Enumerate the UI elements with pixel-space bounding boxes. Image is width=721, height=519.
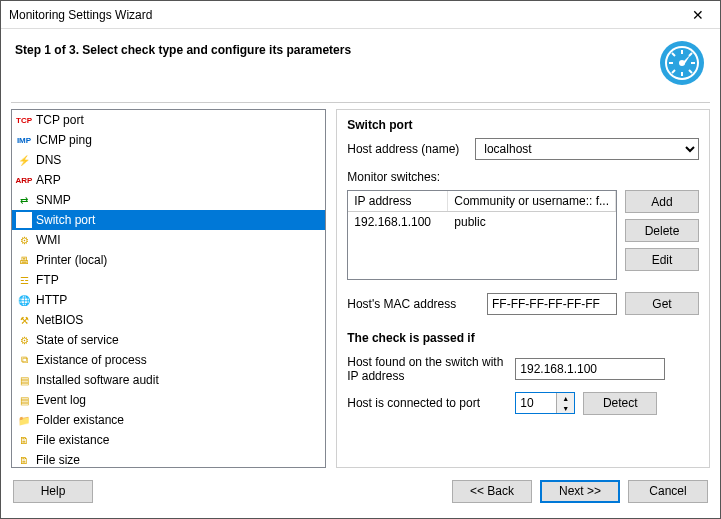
check-type-folder-existance[interactable]: 📁Folder existance <box>12 410 325 430</box>
gauge-icon <box>658 39 706 90</box>
found-on-switch-label: Host found on the switch with IP address <box>347 355 507 384</box>
cell-ip: 192.168.1.100 <box>348 212 448 232</box>
check-type-label: File size <box>36 453 80 467</box>
spin-down-icon[interactable]: ▼ <box>557 403 574 413</box>
check-type-event-log[interactable]: ▤Event log <box>12 390 325 410</box>
check-type-label: Switch port <box>36 213 95 227</box>
check-type-label: ARP <box>36 173 61 187</box>
table-row[interactable]: 192.168.1.100 public <box>348 212 616 232</box>
check-type-label: SNMP <box>36 193 71 207</box>
netbios-icon: ⚒ <box>16 312 32 328</box>
check-type-tcp-port[interactable]: TCPTCP port <box>12 110 325 130</box>
switches-table[interactable]: IP address Community or username:: f... … <box>347 190 617 280</box>
panel-title: Switch port <box>347 118 699 132</box>
check-type-installed-software-audit[interactable]: ▤Installed software audit <box>12 370 325 390</box>
check-type-snmp[interactable]: ⇄SNMP <box>12 190 325 210</box>
check-type-ftp[interactable]: ☲FTP <box>12 270 325 290</box>
check-type-label: ICMP ping <box>36 133 92 147</box>
check-type-file-size[interactable]: 🗎File size <box>12 450 325 468</box>
check-type-existance-of-process[interactable]: ⧉Existance of process <box>12 350 325 370</box>
port-spinner[interactable]: ▲ ▼ <box>515 392 575 414</box>
check-type-label: File existance <box>36 433 109 447</box>
check-type-label: HTTP <box>36 293 67 307</box>
check-type-label: NetBIOS <box>36 313 83 327</box>
cancel-button[interactable]: Cancel <box>628 480 708 503</box>
file-size-icon: 🗎 <box>16 452 32 468</box>
host-address-select[interactable]: localhost <box>475 138 699 160</box>
detect-button[interactable]: Detect <box>583 392 657 415</box>
folder-exist-icon: 📁 <box>16 412 32 428</box>
host-address-label: Host address (name) <box>347 142 467 156</box>
get-button[interactable]: Get <box>625 292 699 315</box>
icmp-icon: IMP <box>16 132 32 148</box>
delete-button[interactable]: Delete <box>625 219 699 242</box>
check-type-label: Printer (local) <box>36 253 107 267</box>
arp-icon: ARP <box>16 172 32 188</box>
software-audit-icon: ▤ <box>16 372 32 388</box>
check-type-list[interactable]: TCPTCP portIMPICMP ping⚡DNSARPARP⇄SNMP▭S… <box>11 109 326 468</box>
cell-community: public <box>448 212 616 232</box>
svg-point-12 <box>679 60 685 66</box>
help-button[interactable]: Help <box>13 480 93 503</box>
add-button[interactable]: Add <box>625 190 699 213</box>
spin-up-icon[interactable]: ▲ <box>557 393 574 403</box>
close-button[interactable]: ✕ <box>676 1 720 29</box>
check-type-label: Existance of process <box>36 353 147 367</box>
wizard-footer: Help << Back Next >> Cancel <box>1 474 720 518</box>
process-icon: ⧉ <box>16 352 32 368</box>
port-input[interactable] <box>516 393 556 413</box>
printer-icon: 🖶 <box>16 252 32 268</box>
connected-port-label: Host is connected to port <box>347 396 507 410</box>
event-log-icon: ▤ <box>16 392 32 408</box>
check-type-label: DNS <box>36 153 61 167</box>
step-title: Step 1 of 3. Select check type and confi… <box>15 43 351 57</box>
check-type-label: TCP port <box>36 113 84 127</box>
http-icon: 🌐 <box>16 292 32 308</box>
check-type-switch-port[interactable]: ▭Switch port <box>12 210 325 230</box>
check-type-label: Folder existance <box>36 413 124 427</box>
mac-label: Host's MAC address <box>347 297 467 311</box>
check-type-wmi[interactable]: ⚙WMI <box>12 230 325 250</box>
col-ip[interactable]: IP address <box>348 191 448 211</box>
check-type-icmp-ping[interactable]: IMPICMP ping <box>12 130 325 150</box>
check-type-dns[interactable]: ⚡DNS <box>12 150 325 170</box>
close-icon: ✕ <box>692 7 704 23</box>
next-button[interactable]: Next >> <box>540 480 620 503</box>
titlebar: Monitoring Settings Wizard ✕ <box>1 1 720 29</box>
window-title: Monitoring Settings Wizard <box>9 8 152 22</box>
check-type-file-existance[interactable]: 🗎File existance <box>12 430 325 450</box>
service-state-icon: ⚙ <box>16 332 32 348</box>
check-type-label: WMI <box>36 233 61 247</box>
check-type-state-of-service[interactable]: ⚙State of service <box>12 330 325 350</box>
check-type-label: Event log <box>36 393 86 407</box>
header-divider <box>11 102 710 103</box>
edit-button[interactable]: Edit <box>625 248 699 271</box>
tcp-icon: TCP <box>16 112 32 128</box>
col-community[interactable]: Community or username:: f... <box>448 191 616 211</box>
check-type-printer-local-[interactable]: 🖶Printer (local) <box>12 250 325 270</box>
file-exist-icon: 🗎 <box>16 432 32 448</box>
monitor-switches-label: Monitor switches: <box>347 170 699 184</box>
check-type-arp[interactable]: ARPARP <box>12 170 325 190</box>
snmp-icon: ⇄ <box>16 192 32 208</box>
wizard-header: Step 1 of 3. Select check type and confi… <box>1 29 720 90</box>
dns-icon: ⚡ <box>16 152 32 168</box>
wmi-icon: ⚙ <box>16 232 32 248</box>
check-type-label: FTP <box>36 273 59 287</box>
check-passed-title: The check is passed if <box>347 331 699 345</box>
config-panel: Switch port Host address (name) localhos… <box>336 109 710 468</box>
check-type-http[interactable]: 🌐HTTP <box>12 290 325 310</box>
mac-input[interactable] <box>487 293 617 315</box>
switch-port-icon: ▭ <box>16 212 32 228</box>
check-type-netbios[interactable]: ⚒NetBIOS <box>12 310 325 330</box>
back-button[interactable]: << Back <box>452 480 532 503</box>
ftp-icon: ☲ <box>16 272 32 288</box>
check-type-label: State of service <box>36 333 119 347</box>
check-type-label: Installed software audit <box>36 373 159 387</box>
switch-ip-input[interactable] <box>515 358 665 380</box>
